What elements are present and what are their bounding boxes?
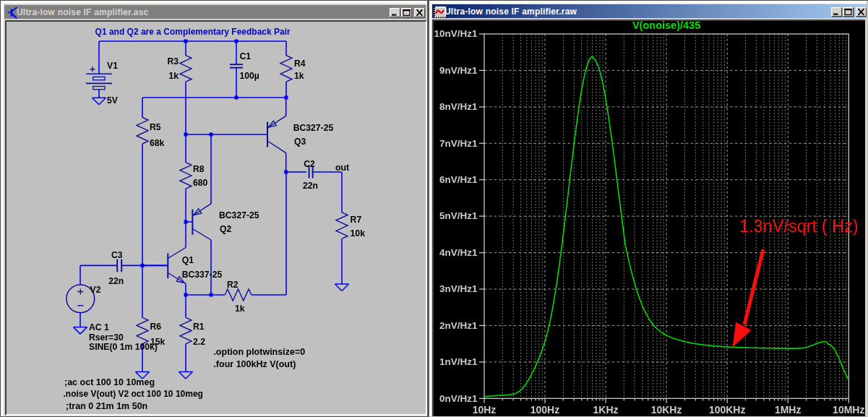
svg-text:V1: V1 xyxy=(107,61,118,71)
svg-text:R5: R5 xyxy=(150,122,161,132)
svg-text:5V: 5V xyxy=(107,95,119,106)
svg-text:Q3: Q3 xyxy=(294,137,306,147)
svg-text:22n: 22n xyxy=(108,276,124,286)
svg-text:AC 1: AC 1 xyxy=(89,322,109,332)
svg-text:Q2: Q2 xyxy=(220,224,231,234)
svg-text:10Hz: 10Hz xyxy=(473,404,497,416)
svg-text:C3: C3 xyxy=(111,250,123,260)
svg-text:1nV/Hz1: 1nV/Hz1 xyxy=(439,356,478,367)
svg-text:R3: R3 xyxy=(167,56,179,66)
svg-text:V2: V2 xyxy=(90,285,101,295)
svg-text:6nV/Hz1: 6nV/Hz1 xyxy=(439,174,478,185)
svg-text:10MHz: 10MHz xyxy=(833,404,864,416)
svg-text:1k: 1k xyxy=(294,71,304,81)
svg-text:10k: 10k xyxy=(351,228,366,238)
svg-text:22n: 22n xyxy=(303,181,318,191)
svg-text:7nV/Hz1: 7nV/Hz1 xyxy=(439,138,478,149)
svg-text:R4: R4 xyxy=(294,59,306,69)
svg-text:BC327-25: BC327-25 xyxy=(219,210,259,220)
svg-text:4nV/Hz1: 4nV/Hz1 xyxy=(439,247,478,258)
svg-text:100KHz: 100KHz xyxy=(709,404,746,416)
svg-text:C2: C2 xyxy=(304,159,315,169)
svg-text:10nV/Hz1: 10nV/Hz1 xyxy=(434,28,478,39)
svg-text:Q1: Q1 xyxy=(182,255,194,265)
svg-text:0nV/Hz1: 0nV/Hz1 xyxy=(439,393,478,404)
svg-text:;tran 0 21m 1m 50n: ;tran 0 21m 1m 50n xyxy=(66,401,147,411)
svg-text:2nV/Hz1: 2nV/Hz1 xyxy=(439,320,478,331)
svg-text:out: out xyxy=(335,163,349,173)
svg-text:3nV/Hz1: 3nV/Hz1 xyxy=(439,283,478,294)
svg-text:1.3nV/sqrt ( Hz): 1.3nV/sqrt ( Hz) xyxy=(739,217,859,236)
svg-text:1MHz: 1MHz xyxy=(775,404,802,416)
svg-text:100µ: 100µ xyxy=(240,71,259,81)
svg-text:100Hz: 100Hz xyxy=(530,404,559,416)
svg-text:2.2: 2.2 xyxy=(193,337,205,347)
svg-text:BC337-25: BC337-25 xyxy=(182,270,223,280)
svg-text:.four 100kHz V(out): .four 100kHz V(out) xyxy=(213,359,296,369)
svg-text:5nV/Hz1: 5nV/Hz1 xyxy=(439,210,478,221)
svg-text:1KHz: 1KHz xyxy=(593,404,619,416)
svg-text:R8: R8 xyxy=(193,164,205,174)
svg-text:Q1 and Q2 are a Complementary: Q1 and Q2 are a Complementary Feedback P… xyxy=(95,27,291,37)
svg-text:1k: 1k xyxy=(168,71,179,81)
svg-text:.option plotwinsize=0: .option plotwinsize=0 xyxy=(213,347,305,357)
svg-text:Rser=30: Rser=30 xyxy=(89,332,124,343)
svg-text:10KHz: 10KHz xyxy=(651,404,682,416)
svg-text:R6: R6 xyxy=(150,322,162,332)
svg-text:68k: 68k xyxy=(150,138,165,148)
svg-text:9nV/Hz1: 9nV/Hz1 xyxy=(439,65,478,76)
svg-text:R7: R7 xyxy=(351,215,362,225)
svg-text:R1: R1 xyxy=(193,322,205,332)
svg-text:680: 680 xyxy=(193,178,208,188)
svg-text:V(onoise)/435: V(onoise)/435 xyxy=(632,21,700,31)
svg-text:C1: C1 xyxy=(240,51,252,61)
svg-text:BC327-25: BC327-25 xyxy=(293,123,334,133)
svg-text:8nV/Hz1: 8nV/Hz1 xyxy=(439,101,478,112)
svg-text:;ac oct 100 10 10meg: ;ac oct 100 10 10meg xyxy=(64,377,155,387)
svg-text:1k: 1k xyxy=(235,304,245,314)
svg-text:R2: R2 xyxy=(227,280,239,290)
svg-text:SINE(0 1m 100k): SINE(0 1m 100k) xyxy=(89,342,158,352)
svg-text:.noise V(out) V2 oct 100 10 10: .noise V(out) V2 oct 100 10 10meg xyxy=(64,389,203,399)
